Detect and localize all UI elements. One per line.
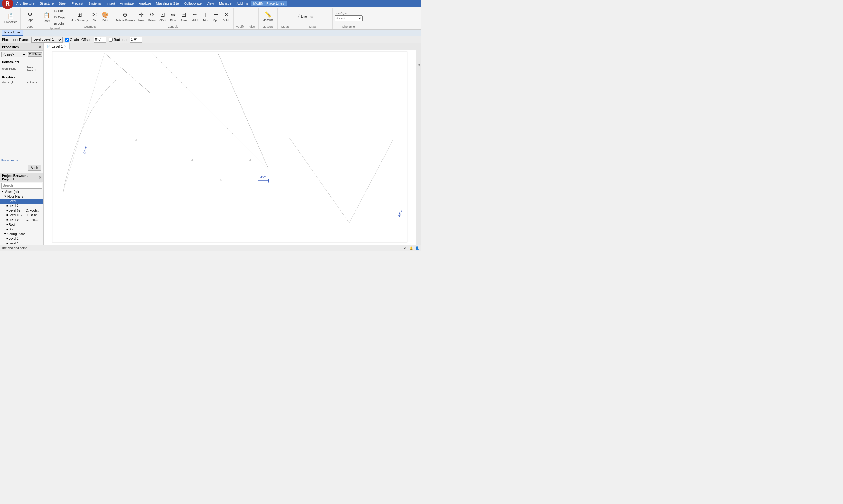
temp-hide-btn[interactable]: 👁	[68, 252, 73, 252]
tree-roof[interactable]: ■ Roof	[0, 222, 44, 227]
radius-checkbox[interactable]	[109, 38, 113, 41]
bottom-right-btn1[interactable]: ⊕	[393, 252, 399, 252]
measure-btn[interactable]: 📏 Measure	[261, 8, 275, 24]
properties-help-link[interactable]: Properties help	[1, 159, 20, 162]
nav-zoom-in-btn[interactable]: +	[416, 45, 422, 50]
measure-icon: 📏	[264, 11, 271, 18]
shadows-btn[interactable]: ◐	[47, 252, 53, 252]
trim-btn[interactable]: ⊤ Trim	[200, 8, 210, 24]
rectangle-btn[interactable]: ▭	[309, 14, 315, 19]
menu-item-annotate[interactable]: Annotate	[117, 1, 136, 6]
cope-btn[interactable]: ⚙ Cope	[25, 8, 35, 24]
canvas-tab-close[interactable]: ✕	[64, 45, 66, 48]
menu-item-insert[interactable]: Insert	[104, 1, 118, 6]
tree-ceil-level1[interactable]: ■ Level 1	[0, 236, 44, 241]
sun-path-btn[interactable]: ☀	[40, 252, 46, 252]
menu-item-precast[interactable]: Precast	[69, 1, 85, 6]
radius-input[interactable]	[130, 37, 142, 42]
status-icon-2[interactable]: 🔔	[409, 246, 414, 251]
browser-close-btn[interactable]: ✕	[38, 175, 41, 180]
apply-button[interactable]: Apply	[28, 165, 41, 171]
offset-btn[interactable]: ⊡ Offset	[158, 8, 168, 24]
bottom-right-btn3[interactable]: ≡	[407, 252, 413, 252]
menu-item-systems[interactable]: Systems	[86, 1, 104, 6]
paint-btn[interactable]: 🎨 Paint	[100, 8, 110, 24]
svg-text:4'-0": 4'-0"	[260, 175, 266, 179]
status-icon-1[interactable]: ⚙	[403, 246, 408, 251]
menu-item-view[interactable]: View	[204, 1, 217, 6]
lock-3d-btn[interactable]: 🔒	[61, 252, 67, 252]
tree-level1[interactable]: ■ Level 1	[0, 199, 44, 203]
create-group-label: Create	[281, 24, 290, 28]
chain-checkbox[interactable]	[65, 38, 69, 41]
menu-item-structure[interactable]: Structure	[37, 1, 56, 6]
bottom-right-btn2[interactable]: ◉	[400, 252, 406, 252]
nav-zoom-out-btn[interactable]: −	[416, 51, 422, 56]
scale-icon: ↔	[192, 11, 197, 18]
tree-ceil-level2[interactable]: ■ Level 2	[0, 241, 44, 245]
join-btn[interactable]: ⊞ Join	[52, 21, 66, 26]
offset-input[interactable]	[94, 37, 106, 42]
copy-btn[interactable]: ⧉ Copy	[52, 14, 66, 20]
status-bar: line and end point. ⚙ 🔔 👤	[0, 245, 422, 251]
delete-btn[interactable]: ✕ Delete	[222, 8, 231, 24]
canvas-viewport[interactable]: 48'-0" 48'-0" 4'-0" 4S 4	[44, 50, 416, 244]
left-panel: Properties ✕ <Lines> Edit Type Constrain…	[0, 43, 44, 245]
canvas-tab-level1[interactable]: 📄 Level 1 ✕	[44, 43, 70, 50]
type-selector[interactable]: <Lines>	[1, 52, 27, 57]
tree-level04[interactable]: ■ Level 04 - T.O. Fnd....	[0, 218, 44, 222]
mirror-btn[interactable]: ⇔ Mirror	[168, 8, 178, 24]
paste-btn[interactable]: 📋 Paste	[41, 9, 51, 25]
menu-item-architecture[interactable]: Architecture	[14, 1, 37, 6]
show-crop-btn[interactable]: ⊞	[54, 252, 60, 252]
tree-site[interactable]: ■ Site	[0, 227, 44, 232]
scale-btn[interactable]: ↔ Scale	[190, 8, 200, 24]
browser-search-input[interactable]	[1, 183, 42, 188]
move-btn[interactable]: ✛ Move	[136, 8, 147, 24]
browser-search-area	[0, 182, 44, 190]
reveal-hidden-btn[interactable]: ◇	[75, 252, 81, 252]
edit-type-button[interactable]: Edit Type	[28, 52, 42, 57]
rotate-btn[interactable]: ↺ Rotate	[147, 8, 157, 24]
menu-item-addins[interactable]: Add-Ins	[234, 1, 251, 6]
properties-btn[interactable]: 📋 Properties	[3, 10, 18, 26]
activate-controls-btn[interactable]: ⊕ Activate Controls	[114, 8, 136, 24]
split-btn[interactable]: ⊢ Split	[211, 8, 221, 24]
cut-btn[interactable]: ✂ Cut	[52, 8, 66, 14]
tree-views-all[interactable]: ▼ Views (all)	[0, 190, 44, 194]
circle-btn[interactable]: ○	[316, 14, 323, 19]
status-icon-3[interactable]: 👤	[415, 246, 419, 251]
cut-geometry-btn[interactable]: ✂ Cut	[89, 8, 100, 24]
properties-close-btn[interactable]: ✕	[38, 45, 41, 49]
menu-item-manage[interactable]: Manage	[217, 1, 234, 6]
line-style-select[interactable]: <Lines>	[334, 15, 363, 21]
tree-floor-plans[interactable]: ▼ Floor Plans	[0, 194, 44, 199]
filter-btn[interactable]: ⊻	[414, 252, 419, 252]
menu-item-modify[interactable]: Modify | Place Lines	[251, 1, 287, 6]
menu-item-steel[interactable]: Steel	[56, 1, 69, 6]
drawing-canvas[interactable]: 48'-0" 48'-0" 4'-0" 4S 4	[44, 50, 416, 244]
placement-plane-select[interactable]: Level : Level 1	[31, 37, 63, 42]
join-geometry-btn[interactable]: ⊞ Join Geometry	[70, 8, 89, 24]
menu-item-analyze[interactable]: Analyze	[136, 1, 153, 6]
tree-level02[interactable]: ■ Level 02 - T.O. Footi...	[0, 208, 44, 213]
tree-level03[interactable]: ■ Level 03 - T.O. Base...	[0, 213, 44, 218]
detail-level-btn[interactable]: ▦	[27, 252, 32, 252]
line-btn[interactable]: ╱ Line	[295, 14, 308, 19]
visual-style-btn[interactable]: ◑	[34, 252, 39, 252]
place-lines-tab[interactable]: Place Lines	[2, 30, 23, 36]
menu-item-collaborate[interactable]: Collaborate	[182, 1, 204, 6]
array-btn[interactable]: ⊟ Array	[179, 8, 189, 24]
arc-btn[interactable]: ⌒	[324, 14, 330, 19]
tree-level2[interactable]: ■ Level 2	[0, 203, 44, 208]
nav-orbit-btn[interactable]: ⊕	[416, 62, 422, 68]
menu-item-massing[interactable]: Massing & Site	[154, 1, 182, 6]
worksets-btn[interactable]: ⊟	[82, 252, 87, 252]
tree-views-label: Views (all)	[5, 190, 19, 194]
collapse-btn[interactable]: ◁	[96, 252, 101, 252]
scale-selector[interactable]: 1/8" = 1'-0"	[2, 252, 25, 252]
cope-btn-label: Cope	[27, 18, 34, 22]
design-options-btn[interactable]: ⊡	[89, 252, 94, 252]
nav-fit-btn[interactable]: ⊡	[416, 57, 422, 61]
tree-ceiling-plans[interactable]: ▼ Ceiling Plans	[0, 232, 44, 236]
